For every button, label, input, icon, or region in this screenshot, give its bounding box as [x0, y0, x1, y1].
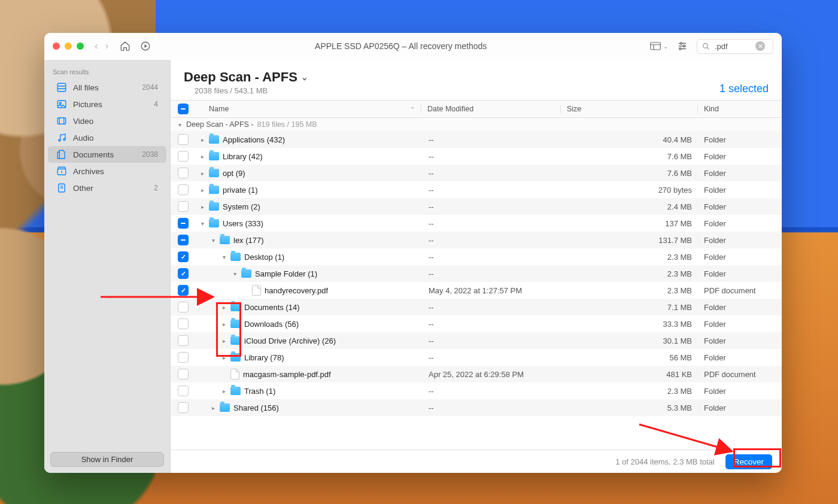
file-tree[interactable]: Deep Scan - APFS - 819 files / 195 MB Ap…: [171, 118, 782, 450]
table-row[interactable]: Trash (1)--2.3 MBFolder: [171, 382, 782, 399]
table-row[interactable]: private (1)--270 bytesFolder: [171, 181, 782, 198]
disclosure-arrow-icon[interactable]: [221, 338, 227, 344]
close-window-button[interactable]: [53, 42, 60, 50]
row-checkbox[interactable]: [171, 201, 196, 212]
row-name: Documents (14): [244, 303, 299, 312]
disclosure-arrow-icon[interactable]: [199, 220, 205, 227]
sidebar-item-video[interactable]: Video: [48, 113, 166, 129]
column-name[interactable]: Name ⌃: [196, 105, 421, 113]
clear-search-button[interactable]: ✕: [755, 41, 765, 51]
row-checkbox[interactable]: [171, 302, 196, 312]
table-row[interactable]: Shared (156)--5.3 MBFolder: [171, 399, 782, 416]
disclosure-arrow-icon[interactable]: [221, 354, 227, 361]
recover-button[interactable]: Recover: [725, 454, 772, 469]
disclosure-arrow-icon[interactable]: [199, 170, 205, 177]
disclosure-arrow-icon[interactable]: [199, 136, 205, 143]
sidebar-item-documents[interactable]: Documents2038: [48, 146, 166, 163]
row-name: Sample Folder (1): [255, 269, 317, 278]
minimize-window-button[interactable]: [65, 42, 72, 50]
disclosure-arrow-icon[interactable]: [221, 321, 227, 327]
row-checkbox[interactable]: [171, 352, 196, 363]
row-kind: PDF document: [698, 286, 782, 295]
group-header[interactable]: Deep Scan - APFS - 819 files / 195 MB: [171, 118, 782, 131]
folder-icon: [209, 135, 219, 144]
disclosure-arrow-icon[interactable]: [221, 388, 227, 394]
table-row[interactable]: iCloud Drive (Archive) (26)--30.1 MBFold…: [171, 332, 782, 349]
row-name: Library (42): [223, 152, 262, 161]
nav-back-button[interactable]: ‹: [92, 39, 101, 53]
row-checkbox[interactable]: [171, 385, 196, 396]
row-kind: Folder: [698, 236, 782, 245]
footer-bar: 1 of 2044 items, 2.3 MB total Recover: [171, 450, 782, 473]
row-checkbox[interactable]: [171, 335, 196, 346]
row-date: May 4, 2022 at 1:27:57 PM: [423, 286, 561, 295]
sidebar-item-count: 4: [154, 100, 158, 108]
row-checkbox[interactable]: [171, 184, 196, 195]
table-row[interactable]: Desktop (1)--2.3 MBFolder: [171, 248, 782, 265]
table-row[interactable]: opt (9)--7.6 MBFolder: [171, 165, 782, 181]
table-row[interactable]: handyrecovery.pdfMay 4, 2022 at 1:27:57 …: [171, 282, 782, 299]
sidebar-item-pictures[interactable]: Pictures4: [48, 96, 166, 113]
row-size: 2.3 MB: [561, 253, 698, 262]
disclosure-arrow-icon[interactable]: [210, 237, 216, 244]
disclosure-arrow-icon[interactable]: [232, 271, 238, 277]
row-checkbox[interactable]: [171, 235, 196, 245]
home-icon[interactable]: [119, 40, 131, 52]
show-in-finder-button[interactable]: Show in Finder: [50, 452, 164, 467]
table-row[interactable]: Downloads (56)--33.3 MBFolder: [171, 315, 782, 332]
view-mode-button[interactable]: ⌄: [650, 42, 668, 50]
table-row[interactable]: Sample Folder (1)--2.3 MBFolder: [171, 265, 782, 282]
rescan-icon[interactable]: [139, 40, 151, 52]
sidebar-item-audio[interactable]: Audio: [48, 129, 166, 146]
disclosure-arrow-icon[interactable]: [210, 405, 216, 411]
nav-forward-button[interactable]: ›: [103, 39, 111, 53]
row-kind: Folder: [698, 169, 782, 178]
row-checkbox[interactable]: [171, 251, 196, 262]
row-checkbox[interactable]: [171, 134, 196, 145]
row-checkbox[interactable]: [171, 168, 196, 178]
row-date: --: [423, 236, 561, 245]
search-box[interactable]: ✕: [697, 39, 773, 54]
sidebar-item-other[interactable]: Other2: [48, 180, 166, 196]
sidebar-item-all-files[interactable]: All files2044: [48, 79, 166, 96]
row-checkbox[interactable]: [171, 369, 196, 379]
column-date[interactable]: Date Modified: [421, 105, 560, 113]
table-row[interactable]: Users (333)--137 MBFolder: [171, 215, 782, 232]
column-size[interactable]: Size: [560, 105, 697, 113]
maximize-window-button[interactable]: [77, 42, 84, 50]
filter-icon[interactable]: [676, 40, 688, 52]
disclosure-arrow-icon[interactable]: [199, 204, 205, 210]
row-date: --: [423, 253, 561, 262]
row-checkbox[interactable]: [171, 268, 196, 279]
disclosure-arrow-icon[interactable]: [199, 153, 205, 160]
row-checkbox[interactable]: [171, 402, 196, 413]
folder-icon: [209, 186, 219, 194]
row-checkbox[interactable]: [171, 218, 196, 229]
table-row[interactable]: System (2)--2.4 MBFolder: [171, 198, 782, 215]
table-row[interactable]: macgasm-sample-pdf.pdfApr 25, 2022 at 6:…: [171, 366, 782, 382]
disclosure-arrow-icon[interactable]: [221, 304, 227, 311]
disclosure-arrow-icon[interactable]: [199, 187, 205, 193]
disclosure-arrow-icon[interactable]: [221, 254, 227, 260]
row-kind: Folder: [698, 303, 782, 312]
table-row[interactable]: Library (78)--56 MBFolder: [171, 349, 782, 366]
row-date: --: [423, 269, 561, 278]
row-checkbox[interactable]: [171, 318, 196, 329]
sidebar: Scan results All files2044Pictures4Video…: [44, 60, 171, 473]
select-all-checkbox[interactable]: [171, 104, 196, 114]
main-title[interactable]: Deep Scan - APFS ⌄: [184, 69, 308, 85]
search-input[interactable]: [713, 41, 752, 51]
table-row[interactable]: Documents (14)--7.1 MBFolder: [171, 299, 782, 315]
table-row[interactable]: Applications (432)--40.4 MBFolder: [171, 131, 782, 148]
row-checkbox[interactable]: [171, 285, 196, 296]
sidebar-item-archives[interactable]: Archives: [48, 163, 166, 180]
column-kind[interactable]: Kind: [697, 105, 782, 113]
group-meta: 819 files / 195 MB: [257, 120, 317, 129]
app-window: ‹ › APPLE SSD AP0256Q – All recovery met…: [44, 33, 782, 473]
table-row[interactable]: lex (177)--131.7 MBFolder: [171, 232, 782, 248]
row-checkbox[interactable]: [171, 151, 196, 162]
document-icon: [252, 285, 261, 296]
chevron-down-icon: ⌄: [663, 43, 668, 50]
row-kind: PDF document: [698, 370, 782, 379]
table-row[interactable]: Library (42)--7.6 MBFolder: [171, 148, 782, 165]
